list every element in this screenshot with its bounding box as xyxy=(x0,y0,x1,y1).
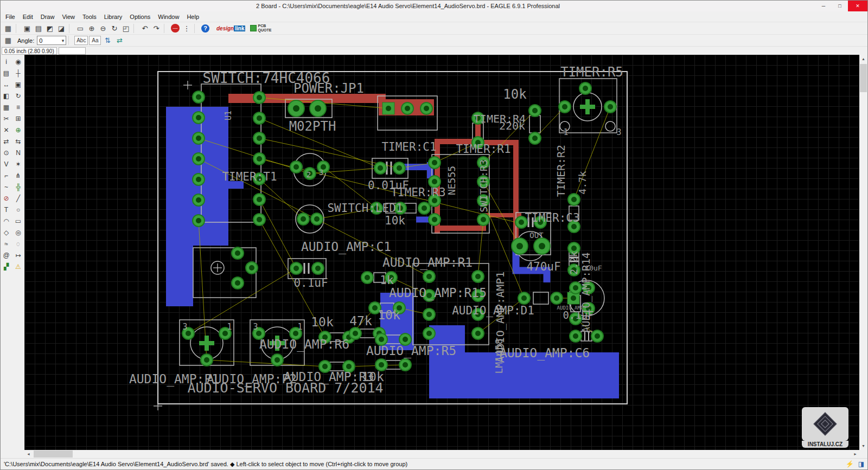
scroll-up-icon[interactable]: ▲ xyxy=(859,55,867,63)
replace-icon[interactable]: ⇆ xyxy=(12,136,24,147)
info-icon[interactable]: i xyxy=(1,56,12,67)
paste-icon[interactable]: ⊞ xyxy=(12,113,24,124)
pcb-label: SWITCH:LED1 xyxy=(327,202,403,215)
pcb-label: 47k xyxy=(349,314,372,328)
name-icon[interactable]: N xyxy=(12,147,24,158)
scroll-down-icon[interactable]: ▼ xyxy=(859,442,867,450)
show-icon[interactable]: ◉ xyxy=(12,56,24,67)
energy-icon[interactable]: ⚡ xyxy=(846,460,854,468)
delete-icon[interactable]: ✕ xyxy=(1,124,12,136)
circle-icon[interactable]: ○ xyxy=(12,204,24,215)
rotate-icon[interactable]: ↻ xyxy=(12,90,24,101)
hole-icon[interactable]: ◌ xyxy=(12,238,24,249)
wire-icon[interactable]: ╱ xyxy=(12,192,24,204)
move-icon[interactable]: ↔ xyxy=(1,79,12,90)
grid-icon[interactable]: ▦ xyxy=(3,23,14,34)
pad-hole xyxy=(196,115,201,120)
optimize-icon[interactable]: ~ xyxy=(1,181,12,192)
print-icon[interactable]: ▤ xyxy=(33,23,44,34)
menu-item-edit[interactable]: Edit xyxy=(19,12,37,21)
zoom-fit-icon[interactable]: ▭ xyxy=(75,23,86,34)
pad-hole xyxy=(424,106,429,111)
angle-select[interactable]: 0 ▾ xyxy=(37,36,66,45)
arc-icon[interactable]: ◠ xyxy=(1,215,12,227)
horizontal-scrollbar[interactable]: ◄ ► xyxy=(1,450,867,458)
pcb-quote-button[interactable]: PCB QUOTE xyxy=(250,24,274,33)
minimize-button[interactable]: ─ xyxy=(815,1,832,11)
change-icon[interactable]: ≡ xyxy=(12,101,24,113)
route-icon[interactable]: ╬ xyxy=(12,181,24,192)
vertical-scroll-track[interactable] xyxy=(859,63,867,442)
stop-icon[interactable]: — xyxy=(171,24,180,33)
rect-icon[interactable]: ▭ xyxy=(12,215,24,227)
smash-icon[interactable]: ✶ xyxy=(12,158,24,170)
command-box[interactable] xyxy=(59,47,86,55)
go-icon[interactable]: ⋮ xyxy=(181,23,192,34)
horizontal-scroll-track[interactable] xyxy=(33,450,851,458)
dimension-icon[interactable]: ↦ xyxy=(12,249,24,261)
errors-icon[interactable]: ⚠ xyxy=(12,261,24,272)
pad-hole xyxy=(196,197,201,203)
undo-icon[interactable]: ↶ xyxy=(139,23,150,34)
menu-item-help[interactable]: Help xyxy=(183,12,203,21)
redo-icon[interactable]: ↷ xyxy=(151,23,162,34)
menu-item-view[interactable]: View xyxy=(58,12,79,21)
horizontal-scroll-thumb[interactable] xyxy=(34,450,73,458)
font-button[interactable]: Aa xyxy=(89,36,101,45)
help-icon[interactable]: ? xyxy=(201,24,209,33)
zoom-out-icon[interactable]: ⊖ xyxy=(98,23,108,34)
scroll-left-icon[interactable]: ◄ xyxy=(24,450,33,458)
polygon-icon[interactable]: ◇ xyxy=(1,227,12,238)
pcb-quote-icon xyxy=(250,25,257,31)
display-icon[interactable]: ▤ xyxy=(1,67,12,79)
group-icon[interactable]: ▦ xyxy=(1,101,12,113)
mirror-icon[interactable]: ◧ xyxy=(1,90,12,101)
ripup-icon[interactable]: ⊘ xyxy=(1,192,12,204)
text-icon[interactable]: T xyxy=(1,204,12,215)
via-icon[interactable]: ◎ xyxy=(12,227,24,238)
abc-button[interactable]: Abc xyxy=(74,36,88,45)
board-canvas[interactable]: SWITCH:74HC4066POWER:JP1M02PTHU1TIMER:R5… xyxy=(24,55,859,450)
pinswap-icon[interactable]: ⇄ xyxy=(1,136,12,147)
maximize-button[interactable]: □ xyxy=(832,1,848,11)
pcb-label: AUDIO_AMP:R5 xyxy=(366,344,456,358)
vertical-scroll-thumb[interactable] xyxy=(860,64,867,92)
add-icon[interactable]: ⊕ xyxy=(12,124,24,136)
close-button[interactable]: ✕ xyxy=(848,1,867,11)
menu-item-file[interactable]: File xyxy=(2,12,19,21)
copy-icon[interactable]: ▣ xyxy=(12,79,24,90)
menu-item-window[interactable]: Window xyxy=(154,12,183,21)
attribute-icon[interactable]: @ xyxy=(1,249,12,261)
pad-hole xyxy=(293,105,299,112)
zoom-redraw-icon[interactable]: ↻ xyxy=(109,23,120,34)
window-dock-icon[interactable]: ◨ xyxy=(858,460,864,468)
zoom-select-icon[interactable]: ◰ xyxy=(120,23,131,34)
menu-item-library[interactable]: Library xyxy=(100,12,126,21)
scroll-right-icon[interactable]: ► xyxy=(851,450,859,458)
split-icon[interactable]: ⋔ xyxy=(12,170,24,181)
window-controls: ─□✕ xyxy=(815,1,867,11)
ratsnest-icon[interactable]: ▞ xyxy=(1,261,12,272)
menu-item-tools[interactable]: Tools xyxy=(79,12,100,21)
cut-icon[interactable]: ✂ xyxy=(1,113,12,124)
switch-to-schematic-icon[interactable]: ◪ xyxy=(56,23,67,34)
lock-icon[interactable]: ⊙ xyxy=(1,147,12,158)
mirror-vertical-icon[interactable]: ⇅ xyxy=(102,35,113,46)
signal-icon[interactable]: ≈ xyxy=(1,238,12,249)
zoom-in-icon[interactable]: ⊕ xyxy=(86,23,97,34)
vertical-scrollbar[interactable]: ▲ ▼ xyxy=(859,55,867,450)
mirror-horizontal-icon[interactable]: ⇄ xyxy=(114,35,125,46)
airwire xyxy=(188,268,296,333)
title-bar[interactable]: 2 Board - C:\Users\mix\Documents\eagle\E… xyxy=(1,1,867,11)
designlink-logo[interactable]: designlink xyxy=(216,25,245,31)
angle-value: 0 xyxy=(39,37,42,44)
pad-hole xyxy=(301,216,306,222)
mark-icon[interactable]: ┼ xyxy=(12,67,24,79)
value-icon[interactable]: V xyxy=(1,158,12,170)
save-icon[interactable]: ▣ xyxy=(22,23,33,34)
grid-settings-icon[interactable]: ▦ xyxy=(3,35,14,46)
menu-item-options[interactable]: Options xyxy=(126,12,154,21)
menu-item-draw[interactable]: Draw xyxy=(37,12,59,21)
cam-processor-icon[interactable]: ◩ xyxy=(44,23,55,34)
miter-icon[interactable]: ⌐ xyxy=(1,170,12,181)
